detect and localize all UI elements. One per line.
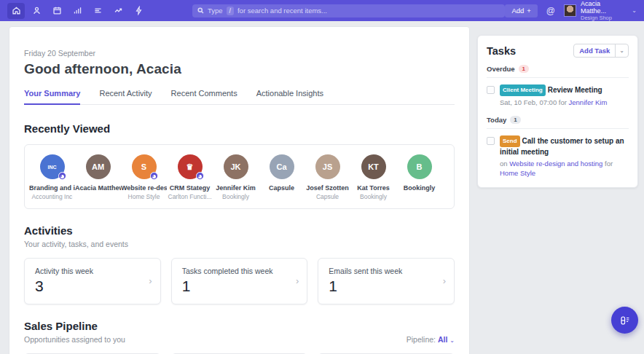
avatar-initials: S <box>141 162 146 171</box>
mentions-icon[interactable]: @ <box>546 6 555 16</box>
stat-label: Tasks completed this week <box>182 267 297 275</box>
task-checkbox[interactable] <box>487 137 495 145</box>
stat-value: 1 <box>329 278 444 295</box>
group-label-text: Today <box>487 116 506 124</box>
item-sub: Capsule <box>305 193 350 200</box>
page-title: Good afternoon, Acacia <box>24 61 455 77</box>
avatar: ♛ <box>178 154 203 179</box>
opportunity-badge-icon <box>196 172 204 180</box>
tab-actionable-insights[interactable]: Actionable Insights <box>256 89 323 104</box>
user-name: Acacia Matthe... <box>581 0 627 15</box>
recently-viewed-item[interactable]: AM Acacia Matthew... <box>75 154 121 200</box>
add-button[interactable]: Add + <box>505 4 537 17</box>
task-category-badge: Send <box>500 135 520 147</box>
add-task-label: Add Task <box>574 47 615 55</box>
search-placeholder-suffix: for search and recent items... <box>237 7 327 15</box>
search-icon <box>197 7 204 14</box>
avatar: JS <box>315 154 340 179</box>
user-org: Design Shop <box>581 15 627 21</box>
stat-label: Activity this week <box>35 267 150 275</box>
task-opportunity-link[interactable]: Website re-design and hosting <box>509 160 602 168</box>
recently-viewed-item[interactable]: ♛ CRM Stategy Carlton Functi... <box>167 154 213 200</box>
capsule-assistant-fab[interactable] <box>611 307 638 334</box>
avatar-initials: B <box>417 162 423 171</box>
item-name: Jennifer Kim <box>213 184 259 192</box>
sales-trend-icon[interactable] <box>109 3 127 19</box>
user-menu[interactable]: Acacia Matthe... Design Shop ⌄ <box>564 0 637 21</box>
recently-viewed-item[interactable]: Ca Capsule <box>259 154 305 200</box>
task-title[interactable]: Review Meeting <box>548 86 602 94</box>
tab-your-summary[interactable]: Your Summary <box>24 89 80 105</box>
avatar: S <box>132 154 157 179</box>
chevron-right-icon: › <box>296 275 299 286</box>
calendar-icon[interactable] <box>48 3 66 19</box>
global-search-input[interactable]: Type / for search and recent items... <box>192 4 505 17</box>
avatar-initials: JK <box>230 162 240 171</box>
today-group-label: Today 1 <box>487 116 629 129</box>
stat-label: Emails sent this week <box>329 267 444 275</box>
task-checkbox[interactable] <box>487 86 495 94</box>
item-name: Acacia Matthew... <box>75 184 121 192</box>
task-org-link[interactable]: Home Style <box>500 169 535 177</box>
pipeline-filter-dropdown[interactable]: Pipeline: All ⌄ <box>407 335 455 344</box>
emails-sent-card[interactable]: Emails sent this week 1 › <box>318 258 455 304</box>
avatar: B <box>407 154 432 179</box>
task-category-badge: Client Meeting <box>500 84 546 96</box>
navbar-right: Add + @ Acacia Matthe... Design Shop ⌄ <box>505 0 637 21</box>
avatar: Ca <box>270 154 294 179</box>
ai-bolt-icon[interactable] <box>130 3 147 19</box>
recently-viewed-item[interactable]: B Bookingly <box>396 154 442 200</box>
tab-recent-activity[interactable]: Recent Activity <box>99 89 152 104</box>
avatar-initials: Ca <box>276 162 286 171</box>
task-due: Sat, 10 Feb, 07:00 <box>500 98 557 106</box>
home-icon[interactable] <box>7 3 25 19</box>
dashboard-main-panel: Friday 20 September Good afternoon, Acac… <box>9 26 470 354</box>
current-date: Friday 20 September <box>24 49 455 58</box>
avatar: KT <box>361 154 386 179</box>
activities-subtitle: Your activity, tasks, and events <box>24 240 455 248</box>
avatar-initials: INC <box>47 165 56 170</box>
add-button-label: Add <box>511 7 524 15</box>
overdue-group-label: Overdue 1 <box>487 65 629 78</box>
stat-value: 1 <box>182 278 297 295</box>
item-sub: Carlton Functi... <box>167 193 213 200</box>
activity-this-week-card[interactable]: Activity this week 3 › <box>24 258 161 304</box>
recently-viewed-item[interactable]: INC Branding and i... Accounting Inc <box>29 154 75 200</box>
people-icon[interactable] <box>28 3 45 19</box>
task-meta-joiner: for <box>605 160 613 168</box>
pipeline-filter-value: All <box>438 335 447 344</box>
activities-cards: Activity this week 3 › Tasks completed t… <box>24 258 455 304</box>
add-task-button[interactable]: Add Task ⌄ <box>573 44 629 58</box>
avatar: AM <box>86 154 111 179</box>
search-placeholder-prefix: Type <box>208 7 223 15</box>
user-avatar <box>564 4 576 17</box>
avatar-initials: JS <box>323 162 332 171</box>
avatar-initials: AM <box>92 162 104 171</box>
tasks-completed-card[interactable]: Tasks completed this week 1 › <box>171 258 308 304</box>
recently-viewed-item[interactable]: JK Jennifer Kim Bookingly <box>213 154 259 200</box>
chevron-right-icon: › <box>443 275 446 286</box>
task-item: SendCall the customer to setup an initia… <box>487 135 629 178</box>
nav-icon-group <box>7 3 147 19</box>
lists-icon[interactable] <box>89 3 106 19</box>
recently-viewed-title: Recently Viewed <box>24 122 455 135</box>
task-item: Client MeetingReview Meeting Sat, 10 Feb… <box>487 84 629 107</box>
group-label-text: Overdue <box>487 65 515 73</box>
capsule-pill-icon <box>619 315 631 326</box>
opportunity-badge-icon <box>150 172 158 180</box>
caret-down-icon[interactable]: ⌄ <box>616 47 628 54</box>
pipeline-filter-label: Pipeline: <box>407 335 436 344</box>
overdue-count-badge: 1 <box>519 65 529 73</box>
avatar-initials: KT <box>368 162 379 171</box>
item-name: Kat Torres <box>350 184 396 192</box>
recently-viewed-item[interactable]: KT Kat Torres Bookingly <box>350 154 396 200</box>
tab-recent-comments[interactable]: Recent Comments <box>171 89 237 104</box>
recently-viewed-item[interactable]: S Website re-des... Home Style <box>121 154 167 200</box>
item-sub: Bookingly <box>213 193 259 200</box>
task-contact-link[interactable]: Jennifer Kim <box>569 98 608 106</box>
bar-chart-icon[interactable] <box>68 3 86 19</box>
item-name: Website re-des... <box>121 184 167 192</box>
caret-down-icon: ⌄ <box>632 7 637 14</box>
recently-viewed-item[interactable]: JS Josef Szotten Capsule <box>305 154 350 200</box>
item-name: Capsule <box>259 184 305 192</box>
